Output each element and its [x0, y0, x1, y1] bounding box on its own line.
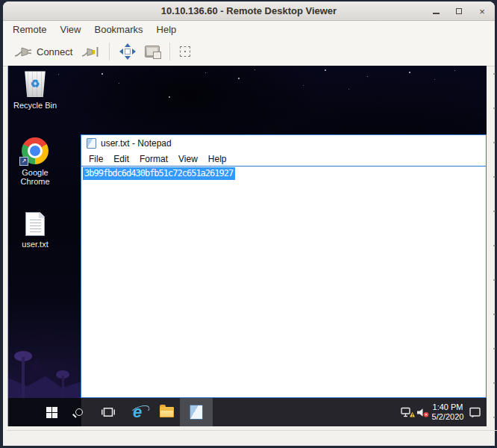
- selected-hash-text[interactable]: 3b99fbdc6d430bfb51c72c651a261927: [83, 167, 235, 180]
- maximize-button[interactable]: [454, 6, 464, 16]
- notepad-menu-help[interactable]: Help: [203, 154, 232, 164]
- screen: 10.10.136.60 - Remote Desktop Viewer × R…: [0, 0, 497, 448]
- notepad-icon: [87, 138, 96, 149]
- internet-explorer-icon: e: [133, 404, 142, 420]
- search-icon: [75, 408, 83, 416]
- notepad-icon: [190, 405, 203, 420]
- wallpaper-tree: [22, 357, 25, 398]
- connect-label: Connect: [37, 46, 72, 57]
- toolbar-separator: [109, 43, 110, 60]
- statusbar-divider: [7, 430, 497, 431]
- text-file-icon: [25, 212, 45, 236]
- internet-explorer-button[interactable]: e: [127, 398, 148, 426]
- notepad-menu-edit[interactable]: Edit: [108, 154, 134, 164]
- menu-view[interactable]: View: [54, 22, 88, 37]
- close-button[interactable]: ×: [477, 6, 487, 16]
- app-titlebar[interactable]: 10.10.136.60 - Remote Desktop Viewer ×: [3, 1, 495, 21]
- start-button[interactable]: [41, 398, 62, 426]
- menu-help[interactable]: Help: [150, 22, 184, 37]
- minimize-icon: [433, 13, 440, 14]
- desktop-icon-label: Google Chrome: [11, 168, 59, 186]
- recycle-bin-icon: ♻: [24, 70, 46, 97]
- notepad-menu-format[interactable]: Format: [134, 154, 173, 164]
- clock-time: 1:40 PM: [433, 402, 463, 412]
- search-button[interactable]: [69, 398, 89, 426]
- app-title: 10.10.136.60 - Remote Desktop Viewer: [161, 5, 337, 16]
- scaling-icon: [180, 46, 190, 57]
- recycle-symbol: ♻: [31, 78, 40, 89]
- windows-logo-icon: [46, 407, 57, 418]
- screenshot-icon: [145, 46, 160, 57]
- desktop-icon-recycle-bin[interactable]: ♻ Recycle Bin: [11, 70, 59, 110]
- screenshot-button[interactable]: [140, 43, 164, 60]
- clock-date: 5/2/2020: [432, 412, 464, 422]
- connect-button[interactable]: Connect: [9, 42, 77, 61]
- disconnect-button[interactable]: [77, 42, 104, 61]
- notepad-titlebar[interactable]: user.txt - Notepad: [81, 135, 486, 152]
- task-view-icon: [101, 407, 116, 417]
- menu-bookmarks[interactable]: Bookmarks: [87, 22, 149, 37]
- menu-remote[interactable]: Remote: [6, 22, 54, 37]
- folder-icon: [160, 407, 174, 417]
- windows-taskbar: e: [8, 398, 487, 426]
- volume-muted-icon: [416, 408, 430, 417]
- notepad-menu-file[interactable]: File: [84, 154, 108, 164]
- action-center-button[interactable]: [469, 398, 482, 426]
- app-toolbar: Connect: [3, 37, 495, 66]
- fullscreen-icon: [119, 43, 136, 60]
- network-warning-icon: [401, 407, 416, 418]
- viewport-scrollbar[interactable]: [493, 73, 496, 423]
- notepad-menubar: File Edit Format View Help: [81, 152, 486, 166]
- toolbar-separator: [169, 43, 170, 60]
- fullscreen-button[interactable]: [115, 40, 140, 63]
- wallpaper-tree: [62, 376, 64, 398]
- maximize-icon: [456, 8, 462, 14]
- scaling-toggle-button[interactable]: [175, 43, 195, 60]
- wallpaper-stars: [8, 66, 9, 66]
- file-explorer-button[interactable]: [157, 398, 176, 426]
- minimize-button[interactable]: [431, 6, 441, 16]
- volume-button[interactable]: [416, 398, 430, 426]
- notepad-window[interactable]: user.txt - Notepad File Edit Format View…: [81, 134, 487, 398]
- desktop-icon-user-txt[interactable]: user.txt: [11, 212, 59, 249]
- desktop-icon-google-chrome[interactable]: ↗ Google Chrome: [11, 137, 59, 186]
- chrome-icon: ↗: [22, 137, 49, 164]
- taskbar-clock[interactable]: 1:40 PM 5/2/2020: [431, 398, 465, 426]
- notepad-title: user.txt - Notepad: [101, 138, 172, 149]
- plug-icon: [13, 45, 33, 58]
- app-menubar: Remote View Bookmarks Help: [3, 21, 495, 37]
- desktop-icon-label: Recycle Bin: [13, 101, 57, 110]
- notepad-taskbar-button[interactable]: [180, 398, 213, 426]
- shortcut-arrow-icon: ↗: [19, 157, 28, 166]
- task-view-button[interactable]: [99, 398, 118, 426]
- desktop-icon-label: user.txt: [22, 240, 48, 249]
- window-controls: ×: [431, 1, 487, 21]
- notepad-text-area[interactable]: 3b99fbdc6d430bfb51c72c651a261927: [81, 167, 486, 397]
- notepad-menu-view[interactable]: View: [173, 154, 203, 164]
- unplug-icon: [81, 45, 99, 58]
- action-center-icon: [469, 407, 481, 418]
- network-status-button[interactable]: [401, 398, 416, 426]
